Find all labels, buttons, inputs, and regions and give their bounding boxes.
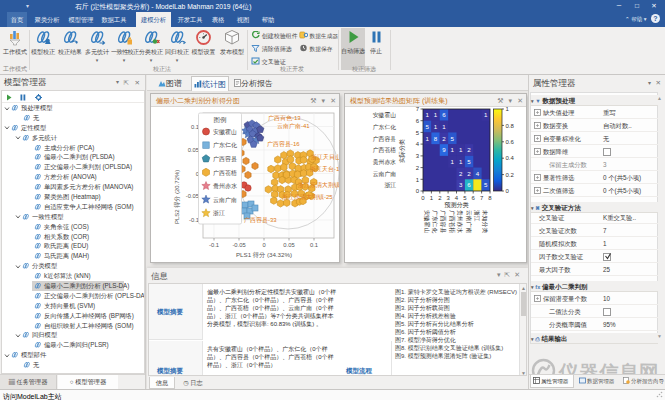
svg-text:4: 4	[476, 170, 480, 177]
svg-text:0.8: 0.8	[506, 123, 515, 129]
svg-text:2: 2	[467, 170, 471, 177]
svg-text:1: 1	[425, 111, 429, 118]
svg-text:1: 1	[434, 111, 438, 118]
svg-text:0: 0	[506, 188, 510, 194]
svg-text:云南广南-41: 云南广南-41	[277, 123, 310, 129]
svg-text:贵州赤水: 贵州赤水	[456, 210, 463, 233]
svg-text:1: 1	[434, 123, 438, 130]
svg-text:云南广南: 云南广南	[373, 171, 396, 177]
svg-text:2: 2	[442, 135, 446, 142]
svg-text:5: 5	[467, 158, 471, 165]
svg-text:0: 0	[262, 242, 265, 248]
svg-text:PLS1 得分 (34.32%): PLS1 得分 (34.32%)	[236, 251, 292, 259]
svg-text:广西苍梧: 广西苍梧	[213, 169, 237, 177]
svg-text:1: 1	[416, 177, 420, 183]
svg-text:7: 7	[416, 107, 420, 112]
svg-text:3: 3	[416, 153, 420, 159]
svg-text:1: 1	[442, 123, 446, 130]
svg-text:0.1: 0.1	[191, 124, 199, 130]
svg-text:-0.05: -0.05	[186, 193, 199, 199]
svg-text:2: 2	[416, 165, 420, 171]
svg-text:0.05: 0.05	[283, 242, 294, 248]
svg-text:浙江: 浙江	[213, 210, 225, 216]
svg-text:1: 1	[425, 135, 429, 142]
svg-text:0.05: 0.05	[188, 147, 199, 153]
svg-text:广西容县-16: 广西容县-16	[267, 140, 300, 148]
svg-text:广东仁化: 广东仁化	[373, 124, 396, 131]
svg-text:5: 5	[451, 135, 455, 142]
svg-text:7: 7	[480, 195, 484, 201]
svg-text:广西容县: 广西容县	[373, 136, 396, 143]
svg-text:预测分类: 预测分类	[444, 201, 469, 209]
svg-text:1: 1	[451, 158, 455, 165]
svg-text:贵州赤水: 贵州赤水	[373, 159, 396, 166]
svg-text:广西百色-13: 广西百色-13	[268, 115, 301, 122]
svg-text:广西容县: 广西容县	[213, 155, 237, 163]
svg-text:1: 1	[459, 146, 463, 153]
svg-text:6: 6	[416, 118, 420, 124]
svg-text:0.6: 0.6	[506, 139, 515, 145]
svg-text:0: 0	[416, 188, 420, 194]
svg-text:0.4: 0.4	[506, 155, 515, 161]
svg-text:6: 6	[467, 181, 471, 188]
svg-text:-0.1: -0.1	[189, 217, 199, 223]
svg-text:云南广南: 云南广南	[466, 210, 472, 233]
svg-text:浙江乐清大荆镇-25: 浙江乐清大荆镇-25	[282, 193, 333, 200]
svg-text:1: 1	[459, 158, 463, 165]
svg-text:安徽霍山: 安徽霍山	[373, 111, 396, 119]
svg-text:0.1: 0.1	[310, 242, 318, 248]
svg-text:1: 1	[484, 111, 488, 118]
svg-text:2: 2	[459, 170, 463, 177]
svg-text:-0.05: -0.05	[232, 242, 245, 248]
svg-text:1: 1	[451, 146, 455, 153]
svg-text:6: 6	[442, 111, 446, 118]
svg-text:浙江乐清大荆镇: 浙江乐清大荆镇	[298, 181, 339, 188]
svg-text:5: 5	[416, 130, 420, 136]
svg-text:9: 9	[442, 146, 446, 153]
svg-text:0.2: 0.2	[506, 172, 515, 178]
svg-text:安徽霍山: 安徽霍山	[423, 210, 431, 233]
svg-text:2: 2	[438, 195, 442, 201]
svg-text:贵州赤水: 贵州赤水	[213, 183, 237, 190]
svg-text:4: 4	[416, 141, 420, 147]
svg-text:广东仁化: 广东仁化	[431, 210, 438, 233]
svg-text:3: 3	[459, 181, 463, 188]
svg-text:浙江天目山-9: 浙江天目山-9	[311, 154, 339, 161]
svg-text:云南广南: 云南广南	[213, 197, 237, 203]
svg-text:0: 0	[421, 195, 425, 201]
svg-text:5: 5	[425, 123, 429, 130]
svg-text:实际分类: 实际分类	[398, 139, 406, 163]
svg-text:广西苍梧: 广西苍梧	[448, 210, 456, 233]
svg-text:浙江: 浙江	[384, 182, 396, 189]
svg-text:安徽霍山: 安徽霍山	[213, 128, 237, 136]
svg-text:6: 6	[472, 195, 476, 201]
svg-text:广西容县-33: 广西容县-33	[244, 216, 277, 224]
svg-text:8: 8	[434, 135, 438, 142]
svg-text:未知分类: 未知分类	[481, 210, 488, 233]
svg-text:8: 8	[488, 195, 492, 201]
svg-text:1: 1	[506, 107, 510, 112]
svg-text:5: 5	[484, 181, 488, 188]
svg-text:广西容县: 广西容县	[439, 210, 446, 233]
svg-text:广东仁化: 广东仁化	[213, 141, 237, 149]
svg-text:图例: 图例	[214, 116, 227, 124]
svg-text:1: 1	[430, 195, 434, 201]
svg-text:2: 2	[467, 146, 471, 153]
svg-text:浙江: 浙江	[473, 210, 480, 222]
svg-text:广西苍梧: 广西苍梧	[373, 146, 396, 154]
svg-text:浙江天台-12: 浙江天台-12	[310, 166, 339, 173]
svg-text:-0.1: -0.1	[209, 242, 219, 248]
